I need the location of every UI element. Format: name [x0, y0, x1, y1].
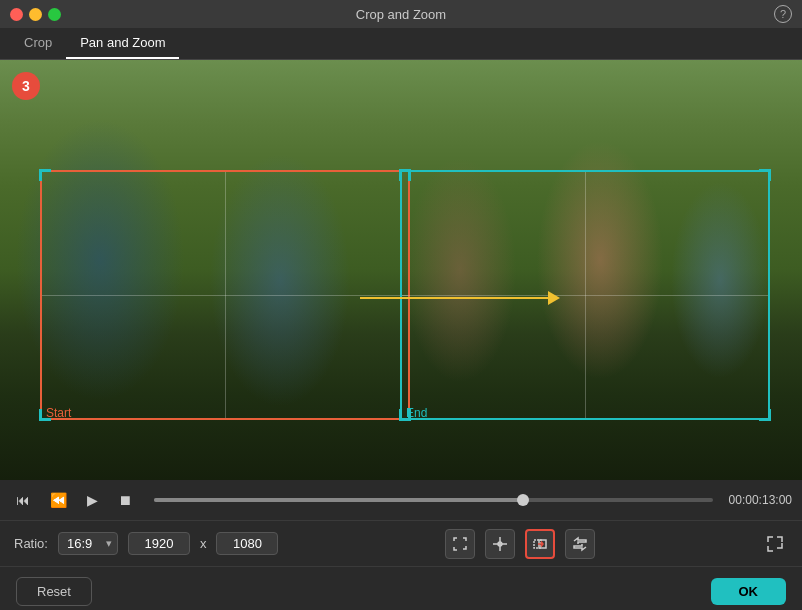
- seek-thumb[interactable]: [517, 494, 529, 506]
- start-frame-label: Start: [46, 406, 71, 420]
- footer-bar: Reset OK: [0, 566, 802, 610]
- end-corner-handle-br[interactable]: [759, 409, 771, 421]
- time-display: 00:00:13:00: [729, 493, 792, 507]
- expand-button[interactable]: [762, 531, 788, 557]
- dimension-separator: x: [200, 536, 207, 551]
- window-controls: [10, 8, 61, 21]
- width-input[interactable]: [128, 532, 190, 555]
- move-right-button[interactable]: [525, 529, 555, 559]
- crosshair-vertical: [225, 172, 226, 418]
- end-corner-handle-tl[interactable]: [399, 169, 411, 181]
- pan-arrow: [360, 288, 560, 308]
- step-back-button[interactable]: ⏪: [44, 488, 73, 512]
- arrow-line: [360, 297, 548, 299]
- playback-controls: ⏮ ⏪ ▶ ⏹ 00:00:13:00: [0, 480, 802, 520]
- reset-button[interactable]: Reset: [16, 577, 92, 606]
- ratio-label: Ratio:: [14, 536, 48, 551]
- options-bar: Ratio: 16:9 4:3 1:1 9:16 x: [0, 520, 802, 566]
- tab-crop[interactable]: Crop: [10, 28, 66, 59]
- tab-bar: Crop Pan and Zoom: [0, 28, 802, 60]
- stop-button[interactable]: ⏹: [112, 488, 138, 512]
- seek-bar-fill: [154, 498, 523, 502]
- start-frame[interactable]: Start: [40, 170, 410, 420]
- ratio-select[interactable]: 16:9 4:3 1:1 9:16: [58, 532, 118, 555]
- end-crosshair-vertical: [585, 172, 586, 418]
- video-preview: 3 Start End: [0, 60, 802, 480]
- corner-handle-tl[interactable]: [39, 169, 51, 181]
- window-title: Crop and Zoom: [356, 7, 446, 22]
- ok-button[interactable]: OK: [711, 578, 787, 605]
- end-corner-handle-tr[interactable]: [759, 169, 771, 181]
- height-input[interactable]: [216, 532, 278, 555]
- end-frame-label: End: [406, 406, 427, 420]
- arrow-head: [548, 291, 560, 305]
- center-button[interactable]: [485, 529, 515, 559]
- titlebar: Crop and Zoom ?: [0, 0, 802, 28]
- maximize-button[interactable]: [48, 8, 61, 21]
- play-button[interactable]: ▶: [81, 488, 104, 512]
- help-button[interactable]: ?: [774, 5, 792, 23]
- skip-back-button[interactable]: ⏮: [10, 488, 36, 512]
- step-badge: 3: [12, 72, 40, 100]
- swap-frames-button[interactable]: [565, 529, 595, 559]
- tab-pan-and-zoom[interactable]: Pan and Zoom: [66, 28, 179, 59]
- seek-bar[interactable]: [154, 498, 713, 502]
- minimize-button[interactable]: [29, 8, 42, 21]
- close-button[interactable]: [10, 8, 23, 21]
- fit-screen-button[interactable]: [445, 529, 475, 559]
- ratio-select-wrapper: 16:9 4:3 1:1 9:16: [58, 532, 118, 555]
